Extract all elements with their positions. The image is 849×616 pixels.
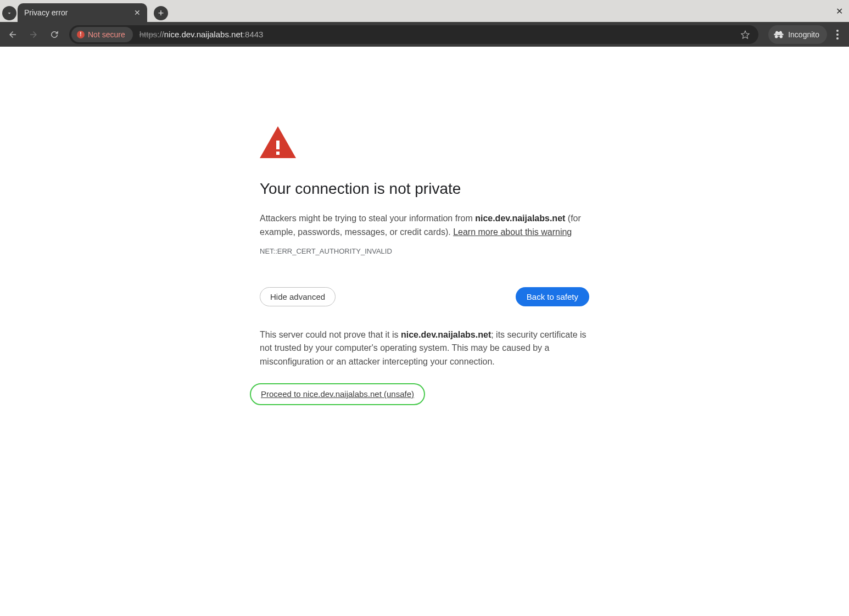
url-text: https :// nice.dev.naijalabs.net :8443 (139, 30, 264, 39)
bookmark-star-icon[interactable] (738, 27, 753, 42)
address-bar[interactable]: ! Not secure https :// nice.dev.naijalab… (69, 25, 758, 44)
close-window-icon[interactable]: ✕ (834, 5, 845, 16)
interstitial-page: Your connection is not private Attackers… (0, 47, 849, 405)
url-port: :8443 (243, 30, 264, 39)
button-row: Hide advanced Back to safety (260, 287, 589, 306)
toolbar: ! Not secure https :// nice.dev.naijalab… (0, 22, 849, 47)
hide-advanced-button[interactable]: Hide advanced (260, 287, 336, 306)
browser-tab[interactable]: Privacy error ✕ (18, 3, 147, 22)
not-secure-icon: ! (77, 31, 85, 38)
advanced-paragraph: This server could not prove that it is n… (260, 328, 589, 369)
proceed-unsafe-link[interactable]: Proceed to nice.dev.naijalabs.net (unsaf… (261, 389, 414, 399)
incognito-icon (774, 31, 784, 38)
close-tab-icon[interactable]: ✕ (133, 8, 142, 17)
svg-rect-7 (276, 141, 280, 149)
browser-menu-button[interactable] (829, 25, 846, 44)
error-code: NET::ERR_CERT_AUTHORITY_INVALID (260, 247, 589, 255)
svg-point-5 (836, 37, 839, 40)
svg-point-4 (836, 33, 839, 36)
back-button[interactable] (3, 25, 22, 44)
warn-prefix: Attackers might be trying to steal your … (260, 214, 475, 223)
url-host: nice.dev.naijalabs.net (164, 30, 243, 39)
warning-paragraph: Attackers might be trying to steal your … (260, 212, 589, 239)
svg-rect-2 (774, 33, 784, 34)
new-tab-button[interactable]: + (154, 6, 168, 20)
security-chip[interactable]: ! Not secure (71, 27, 133, 42)
adv-prefix: This server could not prove that it is (260, 330, 401, 339)
tab-strip: Privacy error ✕ + ✕ (0, 0, 849, 22)
tab-title: Privacy error (24, 8, 133, 17)
adv-domain: nice.dev.naijalabs.net (401, 330, 491, 339)
url-scheme: https (139, 30, 158, 39)
svg-rect-8 (276, 152, 280, 155)
incognito-label: Incognito (788, 30, 819, 39)
search-tabs-button[interactable] (2, 6, 16, 20)
security-chip-label: Not secure (88, 30, 125, 39)
warning-triangle-icon (260, 126, 296, 158)
page-heading: Your connection is not private (260, 180, 589, 198)
learn-more-link[interactable]: Learn more about this warning (453, 227, 572, 237)
svg-point-3 (836, 30, 839, 32)
forward-button[interactable] (24, 25, 43, 44)
warn-domain: nice.dev.naijalabs.net (475, 214, 565, 223)
interstitial-content: Your connection is not private Attackers… (260, 126, 589, 405)
url-sep: :// (157, 30, 164, 39)
back-to-safety-button[interactable]: Back to safety (516, 287, 589, 306)
reload-button[interactable] (45, 25, 64, 44)
proceed-focus-ring: Proceed to nice.dev.naijalabs.net (unsaf… (250, 383, 425, 405)
incognito-chip[interactable]: Incognito (768, 25, 827, 44)
